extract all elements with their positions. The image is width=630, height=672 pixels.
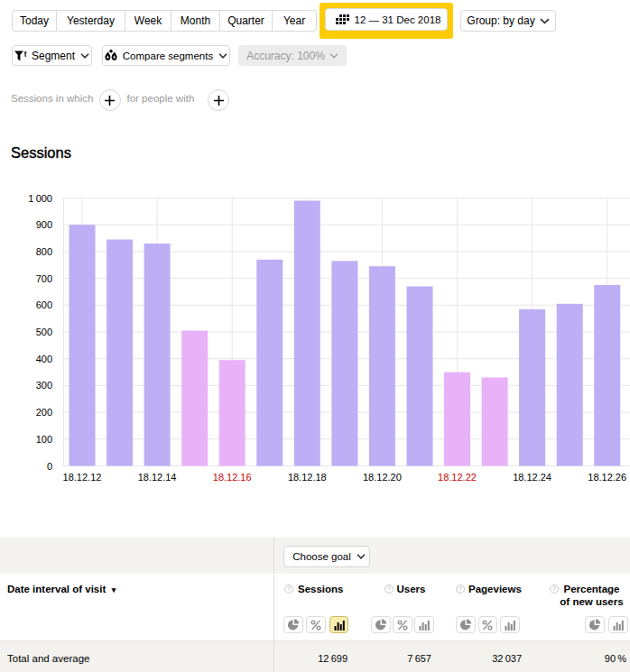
svg-text:100: 100 xyxy=(36,434,52,445)
svg-text:600: 600 xyxy=(36,299,52,310)
svg-text:18.12.26: 18.12.26 xyxy=(588,472,626,483)
svg-text:18.12.12: 18.12.12 xyxy=(63,472,102,483)
svg-text:18.12.20: 18.12.20 xyxy=(363,472,402,483)
svg-text:18.12.14: 18.12.14 xyxy=(138,472,177,483)
svg-text:18.12.18: 18.12.18 xyxy=(288,472,327,483)
svg-text:18.12.16: 18.12.16 xyxy=(213,472,252,483)
svg-text:18.12.22: 18.12.22 xyxy=(438,472,477,483)
svg-text:200: 200 xyxy=(36,407,52,418)
svg-text:1 000: 1 000 xyxy=(28,193,52,204)
svg-text:900: 900 xyxy=(36,219,52,230)
svg-text:18.12.24: 18.12.24 xyxy=(513,472,551,483)
svg-text:400: 400 xyxy=(36,354,52,364)
svg-text:700: 700 xyxy=(36,273,52,284)
svg-text:800: 800 xyxy=(36,246,52,257)
svg-text:0: 0 xyxy=(47,461,52,472)
svg-text:500: 500 xyxy=(36,327,52,337)
svg-text:300: 300 xyxy=(36,380,52,391)
